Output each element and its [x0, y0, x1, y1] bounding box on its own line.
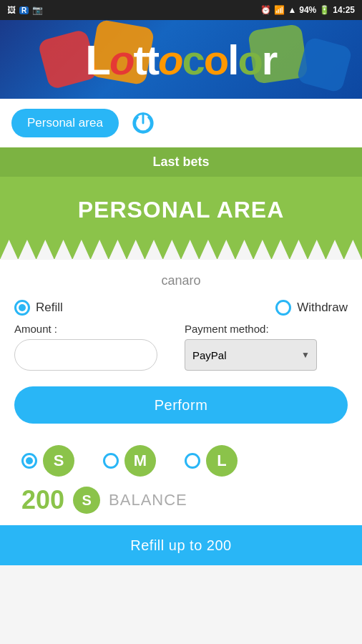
sml-row: S M L	[14, 438, 348, 481]
last-bets-bar: Last bets	[0, 147, 362, 177]
balance-value: 200	[21, 485, 64, 515]
status-right: ⏰ 📶 ▲ 94% 🔋 14:25	[260, 5, 355, 15]
logo-sq-blue	[296, 36, 353, 94]
payment-select-wrapper[interactable]: PayPal Credit Card Bank Transfer	[185, 339, 317, 371]
s-option[interactable]: S	[21, 445, 74, 477]
camera-icon: 📷	[32, 5, 43, 15]
status-icons: 🖼 R 📷	[7, 5, 43, 15]
clock: 14:25	[333, 5, 355, 15]
form-row: Amount : Payment method: PayPal Credit C…	[14, 323, 348, 371]
r-icon: R	[19, 6, 29, 14]
main-content: canaro Refill Withdraw Amount : Payment …	[0, 259, 362, 438]
s-radio[interactable]	[21, 453, 37, 469]
balance-section: S M L 200 S BALANCE	[0, 438, 362, 525]
balance-label: BALANCE	[109, 491, 187, 509]
logo-area: Lottocolor	[0, 20, 362, 99]
personal-area-button[interactable]: Personal area	[11, 109, 119, 137]
m-badge: M	[124, 445, 156, 477]
refill-option[interactable]: Refill	[14, 300, 63, 316]
last-bets-label: Last bets	[152, 155, 209, 169]
refill-radio[interactable]	[14, 300, 30, 316]
battery-percent: 94%	[299, 5, 316, 15]
signal-icon: ▲	[288, 5, 296, 15]
username: canaro	[14, 273, 348, 288]
zigzag-decoration	[0, 240, 362, 260]
logo-text: Lottocolor	[86, 36, 277, 84]
withdraw-radio[interactable]	[275, 300, 291, 316]
alarm-icon: ⏰	[260, 5, 271, 15]
refill-bottom-container: Refill up to 200	[0, 525, 362, 565]
personal-area-banner: PERSONAL AREA	[0, 177, 362, 259]
payment-col: Payment method: PayPal Credit Card Bank …	[177, 323, 348, 371]
balance-currency-label: S	[82, 492, 91, 509]
wifi-icon: 📶	[274, 5, 285, 15]
l-option[interactable]: L	[185, 445, 238, 477]
power-icon[interactable]	[130, 110, 156, 136]
l-radio[interactable]	[185, 453, 200, 469]
payment-method-label: Payment method:	[185, 323, 348, 335]
balance-currency-badge: S	[73, 487, 100, 514]
photo-icon: 🖼	[7, 5, 16, 15]
perform-button[interactable]: Perform	[14, 386, 348, 424]
amount-label: Amount :	[14, 323, 177, 335]
amount-input[interactable]	[14, 339, 157, 371]
battery-icon: 🔋	[319, 5, 330, 15]
s-badge: S	[43, 445, 74, 477]
payment-select[interactable]: PayPal Credit Card Bank Transfer	[185, 339, 317, 371]
withdraw-option[interactable]: Withdraw	[275, 300, 348, 316]
m-radio[interactable]	[103, 453, 119, 469]
top-nav: Personal area	[0, 99, 362, 147]
m-option[interactable]: M	[103, 445, 156, 477]
l-badge: L	[206, 445, 238, 477]
refill-label: Refill	[36, 301, 63, 315]
amount-col: Amount :	[14, 323, 177, 371]
refill-withdraw-row: Refill Withdraw	[14, 300, 348, 316]
refill-up-to-button[interactable]: Refill up to 200	[0, 525, 362, 565]
balance-row: 200 S BALANCE	[14, 481, 348, 525]
status-bar: 🖼 R 📷 ⏰ 📶 ▲ 94% 🔋 14:25	[0, 0, 362, 20]
withdraw-label: Withdraw	[297, 301, 348, 315]
personal-area-banner-text: PERSONAL AREA	[78, 197, 285, 223]
